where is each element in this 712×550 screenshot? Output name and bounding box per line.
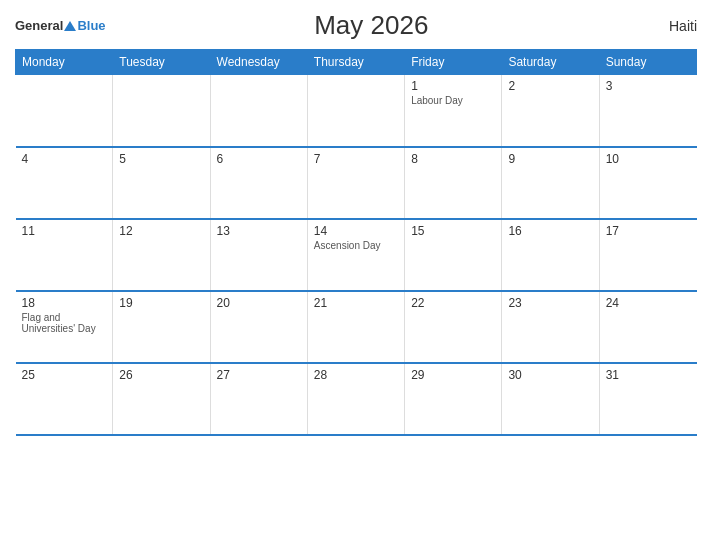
- calendar-cell: 23: [502, 291, 599, 363]
- col-wednesday: Wednesday: [210, 50, 307, 75]
- calendar-cell: [307, 75, 404, 147]
- calendar-cell: 6: [210, 147, 307, 219]
- calendar-cell: 18Flag and Universities' Day: [16, 291, 113, 363]
- calendar-cell: [16, 75, 113, 147]
- day-number: 27: [217, 368, 301, 382]
- col-sunday: Sunday: [599, 50, 696, 75]
- calendar-cell: 8: [405, 147, 502, 219]
- page: General Blue May 2026 Haiti Monday Tuesd…: [0, 0, 712, 550]
- calendar-cell: 26: [113, 363, 210, 435]
- day-number: 29: [411, 368, 495, 382]
- calendar-week-4: 18Flag and Universities' Day192021222324: [16, 291, 697, 363]
- calendar-cell: 13: [210, 219, 307, 291]
- day-number: 28: [314, 368, 398, 382]
- day-number: 1: [411, 79, 495, 93]
- calendar-cell: 5: [113, 147, 210, 219]
- col-tuesday: Tuesday: [113, 50, 210, 75]
- calendar-cell: [113, 75, 210, 147]
- day-number: 6: [217, 152, 301, 166]
- logo: General Blue: [15, 18, 106, 33]
- day-number: 8: [411, 152, 495, 166]
- calendar-cell: 27: [210, 363, 307, 435]
- calendar-cell: 12: [113, 219, 210, 291]
- day-number: 24: [606, 296, 691, 310]
- header-row: Monday Tuesday Wednesday Thursday Friday…: [16, 50, 697, 75]
- day-number: 5: [119, 152, 203, 166]
- day-number: 18: [22, 296, 107, 310]
- day-number: 17: [606, 224, 691, 238]
- calendar-cell: 28: [307, 363, 404, 435]
- day-number: 4: [22, 152, 107, 166]
- col-friday: Friday: [405, 50, 502, 75]
- header: General Blue May 2026 Haiti: [15, 10, 697, 41]
- calendar-cell: 21: [307, 291, 404, 363]
- day-number: 20: [217, 296, 301, 310]
- day-number: 15: [411, 224, 495, 238]
- day-number: 14: [314, 224, 398, 238]
- day-number: 2: [508, 79, 592, 93]
- holiday-label: Labour Day: [411, 95, 495, 106]
- day-number: 25: [22, 368, 107, 382]
- calendar-cell: 4: [16, 147, 113, 219]
- calendar-cell: 24: [599, 291, 696, 363]
- calendar-cell: 10: [599, 147, 696, 219]
- calendar-cell: 9: [502, 147, 599, 219]
- day-number: 11: [22, 224, 107, 238]
- calendar-week-2: 45678910: [16, 147, 697, 219]
- calendar-week-1: 1Labour Day23: [16, 75, 697, 147]
- calendar-week-5: 25262728293031: [16, 363, 697, 435]
- day-number: 22: [411, 296, 495, 310]
- calendar-cell: 30: [502, 363, 599, 435]
- calendar-cell: 2: [502, 75, 599, 147]
- calendar-title: May 2026: [106, 10, 637, 41]
- day-number: 3: [606, 79, 691, 93]
- calendar-cell: 7: [307, 147, 404, 219]
- day-number: 13: [217, 224, 301, 238]
- calendar-table: Monday Tuesday Wednesday Thursday Friday…: [15, 49, 697, 436]
- holiday-label: Ascension Day: [314, 240, 398, 251]
- calendar-cell: 14Ascension Day: [307, 219, 404, 291]
- col-monday: Monday: [16, 50, 113, 75]
- calendar-cell: 31: [599, 363, 696, 435]
- day-number: 12: [119, 224, 203, 238]
- calendar-cell: 22: [405, 291, 502, 363]
- calendar-cell: 17: [599, 219, 696, 291]
- col-saturday: Saturday: [502, 50, 599, 75]
- logo-blue-text: Blue: [77, 18, 105, 33]
- calendar-cell: 19: [113, 291, 210, 363]
- country-label: Haiti: [637, 18, 697, 34]
- logo-triangle-icon: [64, 21, 76, 31]
- day-number: 10: [606, 152, 691, 166]
- day-number: 21: [314, 296, 398, 310]
- day-number: 30: [508, 368, 592, 382]
- calendar-cell: [210, 75, 307, 147]
- calendar-cell: 15: [405, 219, 502, 291]
- col-thursday: Thursday: [307, 50, 404, 75]
- calendar-cell: 16: [502, 219, 599, 291]
- day-number: 7: [314, 152, 398, 166]
- calendar-cell: 25: [16, 363, 113, 435]
- calendar-cell: 20: [210, 291, 307, 363]
- day-number: 9: [508, 152, 592, 166]
- day-number: 26: [119, 368, 203, 382]
- calendar-cell: 1Labour Day: [405, 75, 502, 147]
- day-number: 19: [119, 296, 203, 310]
- logo-general-text: General: [15, 18, 63, 33]
- calendar-cell: 11: [16, 219, 113, 291]
- day-number: 31: [606, 368, 691, 382]
- calendar-cell: 3: [599, 75, 696, 147]
- calendar-cell: 29: [405, 363, 502, 435]
- holiday-label: Flag and Universities' Day: [22, 312, 107, 334]
- day-number: 23: [508, 296, 592, 310]
- calendar-week-3: 11121314Ascension Day151617: [16, 219, 697, 291]
- day-number: 16: [508, 224, 592, 238]
